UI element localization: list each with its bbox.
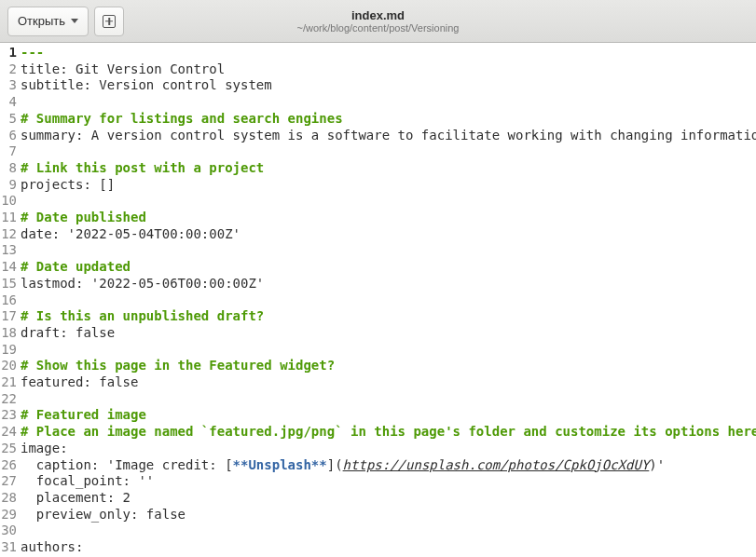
line-content[interactable] — [21, 143, 756, 160]
line-content[interactable]: subtitle: Version control system — [21, 77, 756, 94]
line-number: 7 — [0, 143, 21, 160]
editor-line[interactable]: 2title: Git Version Control — [0, 61, 756, 78]
line-content[interactable]: # Place an image named `featured.jpg/png… — [21, 424, 756, 441]
line-content[interactable] — [21, 94, 756, 111]
editor-line[interactable]: 6summary: A version control system is a … — [0, 128, 756, 144]
line-content[interactable]: # Is this an unpublished draft? — [21, 308, 756, 325]
line-content[interactable]: caption: 'Image credit: [**Unsplash**](h… — [21, 457, 756, 474]
editor-line[interactable]: 31authors: — [0, 539, 756, 556]
line-content[interactable]: projects: [] — [21, 177, 756, 194]
code-segment: # Show this page in the Featured widget? — [21, 358, 335, 373]
line-content[interactable]: title: Git Version Control — [21, 61, 756, 78]
line-content[interactable] — [21, 242, 756, 259]
line-number: 11 — [0, 210, 21, 226]
editor-line[interactable]: 8# Link this post with a project — [0, 160, 756, 177]
editor-line[interactable]: 23# Featured image — [0, 407, 756, 424]
editor-line[interactable]: 25image: — [0, 441, 756, 457]
editor-line[interactable]: 17# Is this an unpublished draft? — [0, 308, 756, 325]
line-content[interactable] — [21, 193, 756, 210]
chevron-down-icon — [71, 19, 78, 23]
line-number: 30 — [0, 523, 21, 539]
titlebar-left-controls: Открыть — [7, 7, 124, 36]
line-number: 22 — [0, 391, 21, 408]
editor-line[interactable]: 5# Summary for listings and search engin… — [0, 111, 756, 128]
code-segment: # Place an image named `featured.jpg/png… — [21, 424, 756, 439]
line-content[interactable]: # Link this post with a project — [21, 160, 756, 177]
editor-line[interactable]: 11# Date published — [0, 210, 756, 226]
line-content[interactable]: preview_only: false — [21, 507, 756, 523]
line-number: 8 — [0, 160, 21, 177]
code-segment: authors: — [21, 539, 83, 554]
editor-line[interactable]: 7 — [0, 143, 756, 160]
line-content[interactable] — [21, 342, 756, 359]
line-content[interactable]: summary: A version control system is a s… — [21, 128, 756, 144]
code-segment: # Summary for listings and search engine… — [21, 111, 343, 126]
editor-line[interactable]: 18draft: false — [0, 325, 756, 342]
editor-line[interactable]: 1--- — [0, 45, 756, 61]
code-segment: placement: 2 — [21, 490, 131, 505]
line-content[interactable]: authors: — [21, 539, 756, 556]
editor-line[interactable]: 13 — [0, 242, 756, 259]
line-content[interactable]: draft: false — [21, 325, 756, 342]
line-content[interactable]: focal_point: '' — [21, 473, 756, 490]
line-number: 25 — [0, 441, 21, 457]
open-button[interactable]: Открыть — [7, 7, 89, 36]
code-segment: caption: 'Image credit: [ — [21, 457, 233, 472]
line-number: 9 — [0, 177, 21, 194]
editor-line[interactable]: 30 — [0, 523, 756, 539]
code-segment: preview_only: false — [21, 507, 186, 522]
editor-area[interactable]: 1---2title: Git Version Control3subtitle… — [0, 43, 756, 556]
code-segment: # Date updated — [21, 259, 131, 274]
line-content[interactable]: image: — [21, 441, 756, 457]
code-segment: image: — [21, 441, 68, 455]
editor-line[interactable]: 16 — [0, 292, 756, 309]
line-number: 5 — [0, 111, 21, 128]
line-number: 23 — [0, 407, 21, 424]
line-number: 13 — [0, 242, 21, 259]
editor-line[interactable]: 21featured: false — [0, 374, 756, 391]
line-content[interactable]: --- — [21, 45, 756, 61]
line-number: 21 — [0, 374, 21, 391]
code-segment: summary: A version control system is a s… — [21, 128, 756, 143]
line-content[interactable]: # Featured image — [21, 407, 756, 424]
editor-line[interactable]: 9projects: [] — [0, 177, 756, 194]
code-segment: draft: false — [21, 325, 115, 340]
title-block: index.md ~/work/blog/content/post/Versio… — [192, 8, 565, 34]
line-content[interactable] — [21, 523, 756, 539]
line-content[interactable]: placement: 2 — [21, 490, 756, 507]
editor-line[interactable]: 22 — [0, 391, 756, 408]
code-segment: https://unsplash.com/photos/CpkOjOcXdUY — [343, 457, 650, 472]
line-number: 26 — [0, 457, 21, 474]
line-content[interactable]: # Show this page in the Featured widget? — [21, 358, 756, 374]
editor-line[interactable]: 3subtitle: Version control system — [0, 77, 756, 94]
line-content[interactable]: lastmod: '2022-05-06T00:00:00Z' — [21, 276, 756, 292]
editor-line[interactable]: 12date: '2022-05-04T00:00:00Z' — [0, 226, 756, 243]
line-content[interactable]: date: '2022-05-04T00:00:00Z' — [21, 226, 756, 243]
new-tab-button[interactable] — [94, 7, 124, 36]
line-content[interactable]: # Date published — [21, 210, 756, 226]
line-content[interactable]: # Date updated — [21, 259, 756, 276]
code-segment: ]( — [327, 457, 343, 472]
editor-line[interactable]: 15lastmod: '2022-05-06T00:00:00Z' — [0, 276, 756, 292]
editor-line[interactable]: 26 caption: 'Image credit: [**Unsplash**… — [0, 457, 756, 474]
editor-line[interactable]: 4 — [0, 94, 756, 111]
line-content[interactable]: featured: false — [21, 374, 756, 391]
file-path: ~/work/blog/content/post/Versioning — [192, 22, 565, 34]
editor-line[interactable]: 28 placement: 2 — [0, 490, 756, 507]
titlebar: Открыть index.md ~/work/blog/content/pos… — [0, 0, 756, 43]
code-segment: # Is this an unpublished draft? — [21, 308, 264, 323]
line-number: 20 — [0, 358, 21, 374]
editor-line[interactable]: 24# Place an image named `featured.jpg/p… — [0, 424, 756, 441]
editor-line[interactable]: 20# Show this page in the Featured widge… — [0, 358, 756, 374]
code-segment: lastmod: '2022-05-06T00:00:00Z' — [21, 276, 264, 291]
line-content[interactable]: # Summary for listings and search engine… — [21, 111, 756, 128]
line-content[interactable] — [21, 292, 756, 309]
editor-line[interactable]: 14# Date updated — [0, 259, 756, 276]
code-segment: subtitle: Version control system — [21, 77, 272, 92]
editor-line[interactable]: 19 — [0, 342, 756, 359]
line-content[interactable] — [21, 391, 756, 408]
line-number: 6 — [0, 128, 21, 144]
editor-line[interactable]: 27 focal_point: '' — [0, 473, 756, 490]
editor-line[interactable]: 29 preview_only: false — [0, 507, 756, 523]
editor-line[interactable]: 10 — [0, 193, 756, 210]
